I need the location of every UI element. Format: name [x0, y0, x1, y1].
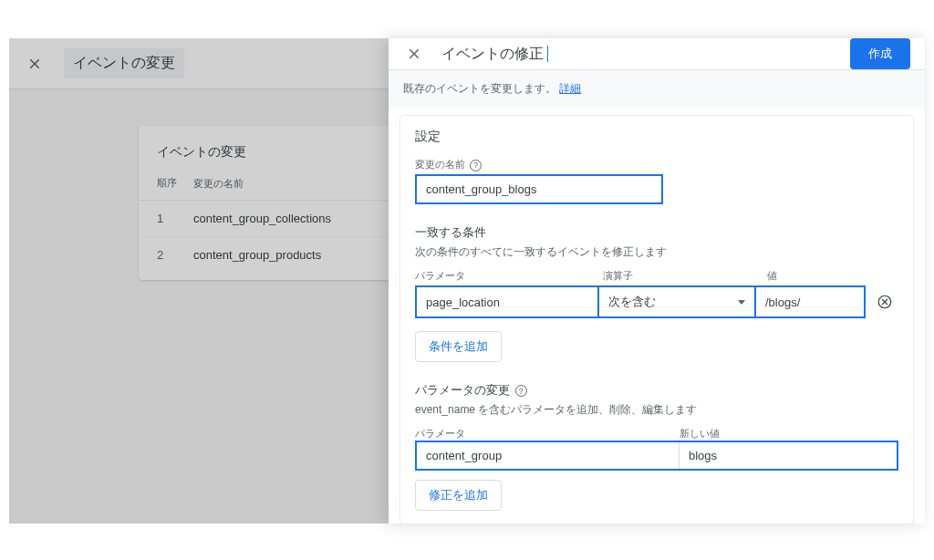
- close-icon[interactable]: [24, 53, 46, 75]
- param-label: パラメータ: [415, 427, 680, 441]
- help-icon[interactable]: ?: [470, 160, 482, 171]
- row-order: 2: [157, 248, 193, 262]
- create-button[interactable]: 作成: [850, 38, 910, 69]
- panel-title: イベントの修正: [441, 45, 850, 64]
- settings-title: 設定: [415, 129, 898, 145]
- cond-labels: パラメータ 演算子 値: [415, 269, 898, 285]
- subhead-text: 既存のイベントを変更します。: [403, 82, 556, 95]
- settings-card: 設定 変更の名前 ? content_group_blogs 一致する条件 次の…: [400, 115, 914, 524]
- add-condition-button[interactable]: 条件を追加: [415, 331, 502, 362]
- param-value-input[interactable]: blogs: [680, 442, 897, 469]
- row-order: 1: [157, 212, 193, 225]
- panel-header: イベントの修正 作成: [389, 38, 925, 70]
- remove-condition-button[interactable]: [871, 285, 898, 318]
- panel-subheader: 既存のイベントを変更します。 詳細: [389, 70, 925, 108]
- condition-row: page_location 次を含む /blogs/: [415, 285, 898, 318]
- close-icon[interactable]: [403, 43, 425, 65]
- cond-label-val: 値: [767, 269, 898, 283]
- add-fix-button[interactable]: 修正を追加: [415, 480, 502, 511]
- change-name-input[interactable]: content_group_blogs: [415, 174, 663, 204]
- newval-label: 新しい値: [680, 427, 720, 441]
- cond-op-select[interactable]: 次を含む: [597, 285, 754, 318]
- param-name-input[interactable]: content_group: [417, 442, 680, 469]
- col-order: 順序: [157, 177, 193, 191]
- cond-value-input[interactable]: /blogs/: [754, 285, 866, 318]
- cond-label-param: パラメータ: [415, 269, 596, 283]
- param-labels: パラメータ 新しい値: [415, 427, 898, 441]
- params-title: パラメータの変更 ?: [415, 382, 898, 399]
- conditions-desc: 次の条件のすべてに一致するイベントを修正します: [415, 244, 898, 260]
- help-icon[interactable]: ?: [515, 385, 527, 397]
- edit-event-panel: イベントの修正 作成 既存のイベントを変更します。 詳細 設定 変更の名前 ? …: [389, 38, 925, 524]
- param-row: content_group blogs: [415, 441, 898, 471]
- chevron-down-icon: [738, 300, 745, 305]
- cond-label-op: 演算子: [603, 269, 760, 283]
- name-label: 変更の名前 ?: [415, 158, 898, 171]
- conditions-title: 一致する条件: [415, 224, 898, 241]
- backdrop-title: イベントの変更: [64, 48, 184, 78]
- params-desc: event_name を含むパラメータを追加、削除、編集します: [415, 402, 898, 418]
- cond-param-input[interactable]: page_location: [415, 285, 597, 318]
- subhead-link[interactable]: 詳細: [559, 82, 581, 95]
